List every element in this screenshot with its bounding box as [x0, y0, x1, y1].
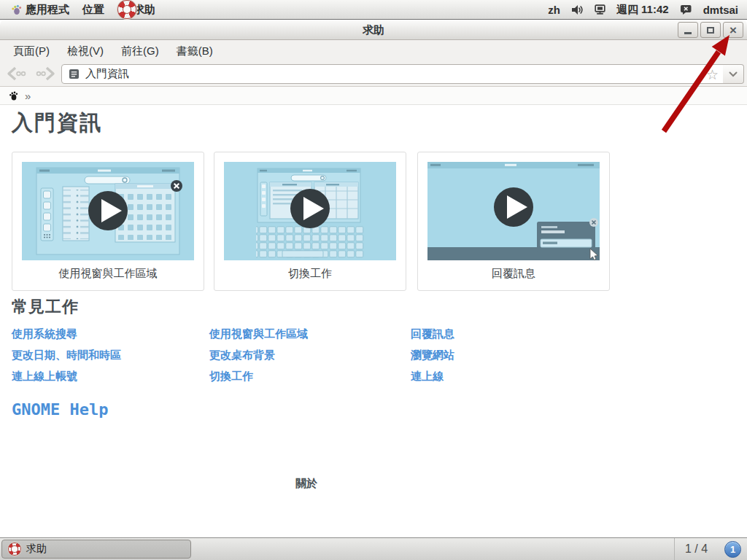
- display-icon[interactable]: [595, 4, 605, 15]
- panel-status-area: zh 週四 11:42 dmtsai: [548, 3, 738, 17]
- location-entry[interactable]: 入門資訊 ☆: [61, 64, 724, 84]
- about-link[interactable]: 關於: [295, 477, 317, 489]
- window-controls: ×: [678, 22, 743, 38]
- bookmark-star-icon[interactable]: ☆: [706, 66, 719, 84]
- video-caption: 切換工作: [224, 267, 396, 281]
- username[interactable]: dmtsai: [703, 4, 738, 16]
- video-caption: 使用視窗與工作區域: [22, 267, 194, 281]
- link-use-windows-workspaces[interactable]: 使用視窗與工作區域: [209, 327, 411, 349]
- close-button[interactable]: ×: [723, 22, 743, 38]
- gnome-logo-icon: [11, 4, 22, 15]
- help-app-menu[interactable]: 求助: [111, 0, 162, 19]
- play-icon: [494, 187, 533, 227]
- top-panel: 應用程式 位置 求助 zh 週四 11:42 dmtsai: [0, 0, 747, 20]
- breadcrumb-bar: »: [0, 87, 747, 105]
- video-card-windows-workspaces: 使用視窗與工作區域: [12, 152, 204, 291]
- play-icon: [290, 189, 330, 228]
- help-lifebuoy-icon: [117, 0, 136, 19]
- places-label: 位置: [82, 3, 104, 17]
- minimize-icon: [684, 32, 692, 34]
- taskbar-window-label: 求助: [26, 542, 47, 556]
- link-change-date-time[interactable]: 更改日期、時間和時區: [12, 349, 209, 370]
- video-card-switch-tasks: 切換工作: [214, 152, 406, 291]
- common-tasks-heading: 常見工作: [12, 296, 79, 318]
- link-browse-web[interactable]: 瀏覽網站: [411, 349, 610, 370]
- taskbar-window-button[interactable]: 求助: [1, 540, 191, 559]
- breadcrumb-chevron: »: [25, 90, 31, 102]
- link-get-online[interactable]: 連上線: [411, 370, 610, 391]
- bottom-taskbar: 求助 1 / 4 1: [0, 537, 747, 560]
- link-switch-tasks[interactable]: 切換工作: [209, 370, 411, 391]
- video-caption: 回覆訊息: [427, 267, 600, 281]
- applications-label: 應用程式: [26, 3, 69, 17]
- window-title: 求助: [0, 20, 747, 40]
- toolbar: 入門資訊 ☆: [0, 61, 747, 87]
- applications-menu[interactable]: 應用程式: [4, 0, 76, 19]
- desktop: 應用程式 位置 求助 zh 週四 11:42 dmtsai 求助: [0, 0, 747, 560]
- about-section: 關於: [0, 477, 613, 491]
- link-respond-messages[interactable]: 回覆訊息: [411, 327, 610, 349]
- link-change-wallpaper[interactable]: 更改桌布背景: [209, 349, 411, 370]
- minimize-button[interactable]: [678, 22, 698, 38]
- video-card-respond-messages: 回覆訊息: [417, 152, 610, 291]
- play-icon: [88, 191, 128, 230]
- chevron-down-icon: [729, 71, 738, 77]
- location-dropdown-button[interactable]: [723, 64, 744, 84]
- menu-bookmarks[interactable]: 書籤(B): [168, 40, 222, 61]
- workspace-pager[interactable]: 1 / 4: [674, 538, 718, 560]
- close-icon: ×: [729, 24, 737, 36]
- volume-icon[interactable]: [571, 4, 584, 15]
- link-use-system-search[interactable]: 使用系統搜尋: [12, 327, 209, 349]
- page-title: 入門資訊: [12, 109, 102, 138]
- menu-page[interactable]: 頁面(P): [4, 40, 58, 61]
- menubar: 頁面(P) 檢視(V) 前往(G) 書籤(B): [0, 40, 747, 61]
- clock[interactable]: 週四 11:42: [616, 3, 669, 17]
- help-app-label: 求助: [133, 3, 155, 17]
- gnome-help-link[interactable]: GNOME Help: [12, 400, 108, 419]
- keyboard-layout-indicator[interactable]: zh: [548, 4, 560, 16]
- forward-button[interactable]: [34, 66, 56, 82]
- help-lifebuoy-icon: [8, 542, 21, 556]
- menu-go[interactable]: 前往(G): [112, 40, 168, 61]
- notification-badge[interactable]: 1: [724, 541, 741, 558]
- window-titlebar[interactable]: 求助 ×: [0, 20, 747, 40]
- menu-view[interactable]: 檢視(V): [58, 40, 112, 61]
- places-menu[interactable]: 位置: [76, 0, 111, 19]
- gnome-foot-icon[interactable]: [9, 91, 18, 101]
- help-content: 入門資訊: [0, 105, 747, 537]
- maximize-button[interactable]: [700, 22, 721, 38]
- maximize-icon: [707, 27, 714, 34]
- link-online-accounts[interactable]: 連上線上帳號: [12, 370, 209, 391]
- common-tasks-links: 使用系統搜尋 使用視窗與工作區域 回覆訊息 更改日期、時間和時區 更改桌布背景 …: [12, 327, 610, 391]
- video-thumbnail[interactable]: [427, 162, 600, 260]
- video-thumbnail[interactable]: [22, 162, 194, 260]
- back-button[interactable]: [6, 66, 28, 82]
- chat-icon[interactable]: [680, 4, 692, 15]
- video-thumbnail[interactable]: [224, 162, 396, 260]
- location-text: 入門資訊: [85, 67, 129, 81]
- document-icon: [69, 69, 80, 79]
